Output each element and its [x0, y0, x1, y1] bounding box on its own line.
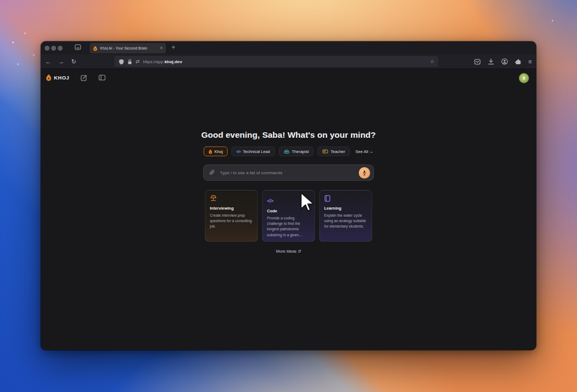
shield-icon[interactable] [119, 59, 124, 65]
brand-name: KHOJ [54, 75, 69, 81]
card-learning[interactable]: Learning Explain the water cycle using a… [320, 190, 372, 242]
card-title: Learning [324, 206, 367, 211]
user-avatar[interactable] [519, 73, 529, 83]
code-icon: </> [267, 198, 274, 204]
reload-icon[interactable]: ↻ [71, 59, 76, 65]
khoj-flame-icon [46, 74, 52, 81]
pocket-icon[interactable] [474, 59, 481, 65]
sidebar-toggle-icon[interactable] [99, 75, 106, 81]
agent-pill-label: Khoj [214, 149, 223, 154]
menu-hamburger-icon[interactable]: ≡ [529, 58, 532, 65]
agent-pill-label: Technical Lead [243, 149, 270, 154]
extensions-puzzle-icon[interactable] [515, 58, 521, 65]
browser-tab-khoj[interactable]: Khoj AI - Your Second Brain × [90, 43, 166, 53]
toolbar-right-icons: ≡ [474, 58, 532, 65]
agent-pill-therapist[interactable]: Therapist [279, 146, 314, 156]
greeting-heading: Good evening, Saba! What's on your mind? [41, 130, 536, 140]
agent-pill-technical-lead[interactable]: </> Technical Lead [231, 146, 275, 156]
close-window-button[interactable] [45, 46, 50, 51]
window-controls [45, 46, 63, 51]
browser-tab-bar: Khoj AI - Your Second Brain × + [41, 41, 536, 54]
card-interviewing[interactable]: Interviewing Create interview prep quest… [205, 190, 258, 242]
card-code[interactable]: </> Code Provide a coding challenge to f… [262, 190, 315, 242]
new-tab-button[interactable]: + [171, 44, 175, 51]
attach-paperclip-icon[interactable] [209, 169, 215, 176]
couch-icon [284, 149, 290, 154]
khoj-flame-icon [208, 149, 212, 154]
lock-icon[interactable] [127, 59, 132, 65]
url-scheme: https://app. [143, 59, 165, 64]
more-ideas-button[interactable]: More Ideas ↺ [41, 249, 536, 254]
card-description: Provide a coding challenge to find the l… [267, 216, 310, 238]
agent-pill-row: Khoj </> Technical Lead Therapist Te [41, 146, 536, 156]
lamp-icon [210, 195, 253, 202]
url-domain: khoj.dev [164, 59, 182, 64]
more-ideas-label: More Ideas [276, 249, 297, 254]
connection-swap-icon[interactable]: ⇄ [136, 59, 140, 64]
app-header: KHOJ [46, 74, 106, 81]
tab-title: Khoj AI - Your Second Brain [100, 46, 157, 50]
back-icon[interactable]: ← [45, 59, 51, 65]
agent-pill-label: Therapist [292, 149, 309, 154]
code-icon: </> [236, 150, 241, 154]
tab-close-icon[interactable]: × [160, 46, 163, 51]
suggestion-cards: Interviewing Create interview prep quest… [205, 190, 372, 242]
tab-favicon-khoj-flame-icon [93, 46, 97, 51]
minimize-window-button[interactable] [51, 46, 56, 51]
chat-input-placeholder: Type / to see a list of commands [220, 170, 359, 175]
card-title: Code [267, 209, 310, 213]
agent-pill-khoj[interactable]: Khoj [204, 146, 228, 156]
desktop-wallpaper: Khoj AI - Your Second Brain × + ← → ↻ ⇄ … [0, 0, 577, 392]
see-all-link[interactable]: See All → [355, 149, 373, 154]
card-title: Interviewing [210, 206, 253, 211]
forward-icon[interactable]: → [58, 59, 64, 65]
board-icon [322, 149, 328, 154]
account-icon[interactable] [501, 58, 508, 65]
book-icon [324, 195, 367, 202]
bookmark-star-icon[interactable]: ☆ [430, 59, 434, 64]
url-text[interactable]: https://app.khoj.dev [143, 59, 182, 64]
agent-pill-teacher[interactable]: Teacher [317, 146, 350, 156]
firefox-view-icon[interactable] [75, 44, 81, 50]
card-description: Create interview prep questions for a co… [210, 213, 253, 230]
nav-buttons: ← → ↻ [45, 59, 76, 65]
refresh-icon: ↺ [298, 249, 301, 254]
new-chat-icon[interactable] [81, 75, 87, 81]
chat-input[interactable]: Type / to see a list of commands [203, 164, 374, 181]
url-bar[interactable]: ⇄ https://app.khoj.dev ☆ [114, 56, 438, 67]
browser-window: Khoj AI - Your Second Brain × + ← → ↻ ⇄ … [41, 41, 536, 350]
browser-toolbar: ← → ↻ ⇄ https://app.khoj.dev ☆ [41, 54, 536, 69]
voice-mic-button[interactable] [359, 167, 370, 179]
khoj-page: KHOJ Good evening, Saba! What's on your … [41, 70, 536, 350]
zoom-window-button[interactable] [58, 46, 63, 51]
downloads-icon[interactable] [488, 58, 494, 65]
agent-pill-label: Teacher [330, 149, 345, 154]
card-description: Explain the water cycle using an analogy… [324, 213, 367, 230]
